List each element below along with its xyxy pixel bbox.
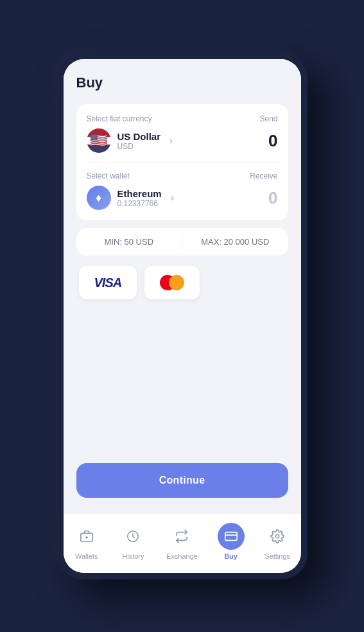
fiat-code: USD: [117, 142, 161, 151]
limits-card: MIN: 50 USD MAX: 20 000 USD: [76, 228, 288, 256]
nav-buy-label: Buy: [224, 552, 238, 560]
phone-frame: Buy Select fiat currency Send US Dollar …: [57, 53, 308, 579]
nav-exchange[interactable]: Exchange: [159, 520, 205, 563]
fiat-label: Select fiat currency: [87, 114, 152, 123]
nav-settings-label: Settings: [264, 552, 290, 560]
wallet-balance: 0.12337766: [117, 199, 162, 208]
visa-label: VISA: [94, 276, 122, 290]
card-divider: [87, 162, 278, 162]
visa-card[interactable]: VISA: [79, 266, 137, 299]
svg-rect-4: [225, 532, 236, 541]
usd-flag: [87, 128, 111, 153]
fiat-info: US Dollar USD: [117, 131, 161, 151]
buy-icon-bg: [218, 523, 245, 550]
nav-wallets-label: Wallets: [75, 552, 98, 560]
history-icon: [119, 523, 146, 550]
wallet-selector[interactable]: ♦ Ethereum 0.12337766 ›: [87, 186, 174, 210]
mc-orange-circle: [169, 275, 184, 290]
send-label: Send: [259, 114, 277, 123]
min-limit: MIN: 50 USD: [76, 228, 182, 256]
receive-amount[interactable]: 0: [268, 188, 277, 208]
nav-wallets[interactable]: Wallets: [65, 520, 108, 563]
payment-methods: VISA: [76, 266, 288, 299]
eth-symbol: ♦: [96, 191, 101, 205]
settings-icon: [264, 523, 291, 550]
wallet-info: Ethereum 0.12337766: [117, 188, 162, 208]
continue-button[interactable]: Continue: [76, 463, 288, 498]
nav-settings[interactable]: Settings: [256, 520, 299, 563]
nav-buy[interactable]: Buy: [210, 520, 252, 563]
fiat-name: US Dollar: [117, 131, 161, 142]
nav-history[interactable]: History: [112, 520, 154, 563]
wallet-name: Ethereum: [117, 188, 162, 199]
mastercard-icon: [160, 275, 184, 290]
eth-icon: ♦: [87, 186, 111, 210]
send-amount[interactable]: 0: [268, 131, 277, 151]
bottom-nav: Wallets History: [64, 513, 301, 573]
app-container: Buy Select fiat currency Send US Dollar …: [64, 59, 301, 573]
nav-exchange-label: Exchange: [166, 552, 198, 560]
page-title: Buy: [76, 75, 288, 91]
fiat-selector[interactable]: US Dollar USD ›: [87, 128, 173, 153]
main-content: Buy Select fiat currency Send US Dollar …: [64, 59, 301, 513]
nav-history-label: History: [122, 552, 144, 560]
exchange-icon: [168, 523, 195, 550]
spacer: [76, 310, 288, 463]
receive-label: Receive: [250, 171, 277, 180]
mastercard-card[interactable]: [144, 266, 200, 299]
buy-icon: [218, 523, 245, 550]
fiat-currency-card: Select fiat currency Send US Dollar USD …: [76, 104, 288, 220]
svg-point-6: [275, 534, 279, 538]
wallets-icon: [73, 523, 100, 550]
fiat-chevron-icon: ›: [169, 136, 173, 146]
max-limit: MAX: 20 000 USD: [182, 228, 288, 256]
wallet-chevron-icon: ›: [171, 193, 174, 203]
wallet-label: Select wallet: [87, 171, 130, 180]
